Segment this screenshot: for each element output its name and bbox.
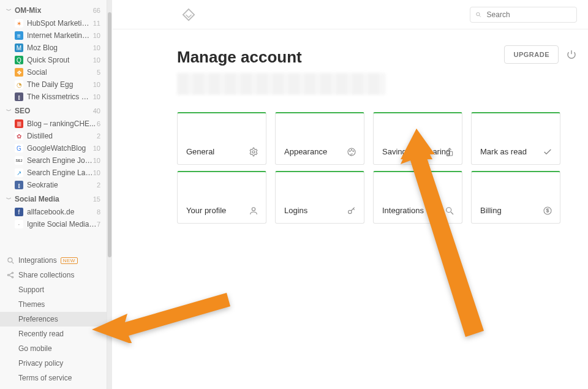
sidebar-nav-item[interactable]: Preferences (0, 312, 107, 327)
favicon: ≡ (15, 31, 23, 40)
account-info-blurred (177, 73, 385, 95)
person-icon (249, 206, 258, 216)
feed-count: 10 (93, 169, 100, 176)
sidebar-category-header[interactable]: ﹀ Social Media 15 (0, 191, 107, 206)
svg-line-5 (9, 273, 12, 274)
sidebar-nav-item[interactable]: Terms of service (0, 371, 107, 385)
sidebar-nav-item[interactable]: Privacy policy (0, 356, 107, 371)
sidebar: ﹀ OM-Mix 66✶ HubSpot Marketing ... 11≡ I… (0, 0, 107, 389)
feed-item[interactable]: ⫿ Seokratie 2 (0, 179, 107, 191)
nav-label: Support (18, 285, 44, 294)
settings-card-grid: General Appearance Saving and sharing Ma… (177, 112, 577, 224)
gear-icon (249, 147, 258, 157)
sidebar-nav-item[interactable]: Share collections (0, 268, 107, 282)
dollar-icon (543, 206, 552, 216)
sidebar-category-header[interactable]: ﹀ SEO 40 (0, 103, 107, 118)
feed-label: GoogleWatchBlog (27, 144, 93, 153)
sidebar-nav-item[interactable]: Support (0, 282, 107, 297)
feed-item[interactable]: ✶ HubSpot Marketing ... 11 (0, 17, 107, 29)
feed-count: 10 (93, 81, 100, 88)
palette-icon (347, 147, 356, 157)
feed-item[interactable]: G GoogleWatchBlog 10 (0, 142, 107, 154)
settings-card[interactable]: Saving and sharing (373, 112, 462, 165)
feed-count: 5 (97, 69, 100, 76)
feed-label: Moz Blog (27, 43, 93, 52)
sidebar-category-header[interactable]: ﹀ OM-Mix 66 (0, 2, 107, 17)
nav-label: Share collections (18, 271, 74, 279)
settings-card[interactable]: Logins (275, 171, 364, 224)
feed-count: 2 (97, 181, 100, 189)
feed-item[interactable]: Q Quick Sprout 10 (0, 54, 107, 66)
share-icon (6, 271, 15, 279)
search-box[interactable] (470, 7, 577, 23)
check-icon (543, 147, 552, 157)
feed-item[interactable]: ✿ Distilled 2 (0, 130, 107, 142)
settings-card[interactable]: Mark as read (471, 112, 560, 165)
new-badge: NEW (61, 257, 78, 264)
svg-point-11 (350, 151, 350, 151)
feed-item[interactable]: ❖ Social 5 (0, 66, 107, 78)
card-label: General (186, 147, 214, 157)
card-label: Mark as read (480, 147, 527, 157)
favicon: ✶ (15, 19, 23, 28)
feed-item[interactable]: M Moz Blog 10 (0, 42, 107, 54)
category-name: OM-Mix (15, 6, 41, 15)
feed-item[interactable]: f allfacebook.de 8 (0, 206, 107, 218)
nav-label: Privacy policy (18, 359, 63, 368)
topbar (113, 0, 588, 29)
nav-label: Themes (18, 300, 45, 309)
settings-card[interactable]: General (177, 112, 266, 165)
svg-line-6 (9, 276, 12, 277)
search-input[interactable] (487, 10, 571, 19)
sidebar-nav-item[interactable]: Go mobile (0, 341, 107, 356)
sidebar-nav-item[interactable]: Themes (0, 297, 107, 312)
app-logo-icon (182, 8, 195, 21)
upgrade-button[interactable]: UPGRADE (504, 45, 559, 64)
feed-item[interactable]: SEJ Search Engine Jour... 10 (0, 154, 107, 167)
sidebar-nav-item[interactable]: Recently read (0, 327, 107, 341)
feed-label: Internet Marketing ... (27, 31, 93, 40)
nav-label: Go mobile (18, 344, 52, 353)
settings-card[interactable]: Your profile (177, 171, 266, 224)
feed-label: HubSpot Marketing ... (27, 19, 93, 28)
feed-item[interactable]: · Ignite Social Media ... 7 (0, 218, 107, 230)
feed-item[interactable]: ≡ Internet Marketing ... 10 (0, 29, 107, 42)
sidebar-nav-item[interactable]: IntegrationsNEW (0, 253, 107, 268)
settings-card[interactable]: Integrations (373, 171, 462, 224)
key-icon (347, 206, 356, 216)
feed-count: 10 (93, 56, 100, 64)
feed-item[interactable]: ≣ Blog – rankingCHE... 6 (0, 118, 107, 130)
card-label: Billing (480, 206, 502, 216)
favicon: ❖ (15, 68, 23, 77)
sidebar-scrollbar-thumb[interactable] (108, 12, 111, 257)
favicon: ⫿ (15, 93, 23, 101)
card-label: Your profile (186, 206, 226, 216)
svg-line-18 (451, 212, 453, 214)
feed-item[interactable]: ⫿ The Kissmetrics Ma... 10 (0, 91, 107, 103)
settings-card[interactable]: Appearance (275, 112, 364, 165)
settings-card[interactable]: Billing (471, 171, 560, 224)
feed-count: 10 (93, 157, 100, 164)
feed-item[interactable]: ↗ Search Engine Lan... 10 (0, 167, 107, 179)
feed-label: Distilled (27, 132, 97, 140)
feed-label: Seokratie (27, 181, 97, 189)
feed-item[interactable]: ◔ The Daily Egg 10 (0, 78, 107, 91)
category-name: SEO (15, 107, 30, 115)
feed-label: Ignite Social Media ... (27, 220, 97, 228)
favicon: ⫿ (15, 181, 23, 189)
svg-point-2 (7, 274, 9, 276)
feed-count: 10 (93, 44, 100, 51)
svg-point-12 (351, 149, 352, 150)
feed-label: Social (27, 68, 97, 77)
chevron-down-icon: ﹀ (6, 107, 12, 115)
feed-count: 8 (97, 208, 100, 216)
power-icon[interactable] (566, 49, 577, 60)
feed-count: 7 (97, 221, 100, 228)
nav-label: Recently read (18, 330, 64, 338)
svg-point-15 (252, 208, 255, 211)
feed-count: 10 (93, 145, 100, 152)
feed-label: The Daily Egg (27, 80, 93, 89)
svg-point-3 (12, 272, 13, 273)
feed-count: 2 (97, 132, 100, 140)
favicon: G (15, 144, 23, 153)
